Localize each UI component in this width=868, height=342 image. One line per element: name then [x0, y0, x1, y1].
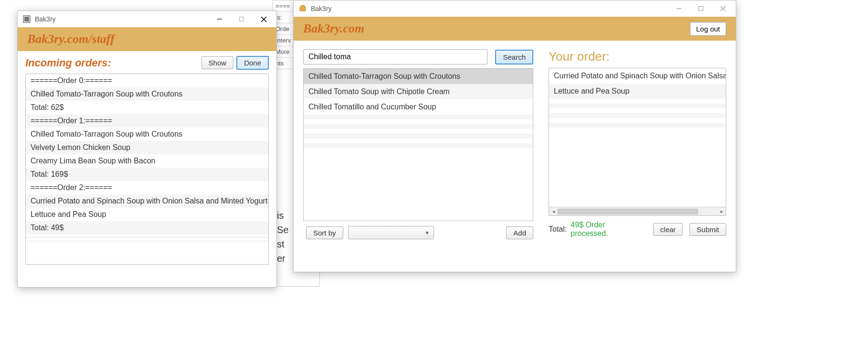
- background-text: er: [277, 253, 286, 264]
- staff-brand-text: Bak3ry.com/staff: [27, 32, 115, 46]
- order-item-row: [549, 108, 726, 113]
- order-line[interactable]: ======Order 0:======: [26, 74, 268, 87]
- orders-list[interactable]: ======Order 0:======Chilled Tomato-Tarra…: [25, 74, 269, 265]
- app-icon: [298, 4, 307, 13]
- minimize-button[interactable]: [209, 11, 231, 27]
- submit-button[interactable]: Submit: [689, 223, 726, 236]
- logout-button[interactable]: Log out: [690, 22, 726, 36]
- order-line[interactable]: Curried Potato and Spinach Soup with Oni…: [26, 194, 268, 208]
- incoming-orders-heading: Incoming orders:: [25, 57, 199, 69]
- search-result-row: [304, 124, 533, 129]
- done-button[interactable]: Done: [236, 56, 269, 70]
- chevron-down-icon: ▼: [425, 230, 430, 235]
- order-line[interactable]: Total: 62$: [26, 101, 268, 114]
- horizontal-scrollbar[interactable]: ◂ ▸: [549, 207, 726, 215]
- app-icon: [22, 15, 31, 23]
- order-item-row[interactable]: Lettuce and Pea Soup: [549, 84, 726, 99]
- staff-titlebar[interactable]: Bak3ry: [18, 11, 276, 27]
- background-text: st: [277, 239, 285, 250]
- order-line[interactable]: Creamy Lima Bean Soup with Bacon: [26, 154, 268, 168]
- staff-window: Bak3ry Bak3ry.com/staff Incoming orders:…: [17, 11, 277, 288]
- search-result-row[interactable]: Chilled Tomatillo and Cucumber Soup: [304, 99, 533, 115]
- sort-by-dropdown[interactable]: ▼: [348, 226, 434, 239]
- sort-by-button[interactable]: Sort by: [306, 226, 343, 239]
- your-order-heading: Your order:: [549, 49, 726, 64]
- order-line[interactable]: Total: 169$: [26, 168, 268, 181]
- scroll-right-arrow-icon[interactable]: ▸: [717, 209, 726, 214]
- search-result-row: [304, 119, 533, 124]
- customer-window: Bak3ry Bak3ry.com Log out Search Chilled…: [293, 0, 736, 272]
- maximize-button[interactable]: [231, 11, 253, 27]
- search-result-row: [304, 143, 533, 148]
- minimize-button[interactable]: [668, 1, 690, 16]
- customer-window-title: Bak3ry: [311, 5, 668, 12]
- svg-rect-7: [699, 7, 703, 11]
- total-value: 49$ Order processed.: [571, 221, 643, 238]
- staff-window-title: Bak3ry: [35, 15, 209, 23]
- order-line[interactable]: Chilled Tomato-Tarragon Soup with Crouto…: [26, 87, 268, 101]
- search-result-row[interactable]: Chilled Tomato Soup with Chipotle Cream: [304, 84, 533, 99]
- show-button[interactable]: Show: [201, 56, 234, 69]
- search-result-row: [304, 134, 533, 139]
- customer-titlebar[interactable]: Bak3ry: [294, 0, 736, 17]
- order-line[interactable]: Chilled Tomato-Tarragon Soup with Crouto…: [26, 128, 268, 141]
- add-button[interactable]: Add: [506, 226, 533, 239]
- order-item-row: [549, 128, 726, 132]
- clear-button[interactable]: clear: [653, 223, 683, 236]
- search-result-row[interactable]: Chilled Tomato-Tarragon Soup with Crouto…: [304, 69, 533, 84]
- background-text: Se: [277, 224, 288, 235]
- order-item-row: [549, 104, 726, 108]
- search-results-list[interactable]: Chilled Tomato-Tarragon Soup with Crouto…: [303, 68, 533, 221]
- search-result-row: [304, 115, 533, 119]
- scroll-left-arrow-icon[interactable]: ◂: [549, 209, 558, 214]
- order-line: [26, 240, 268, 242]
- order-line[interactable]: ======Order 2:======: [26, 181, 268, 194]
- background-text: is: [277, 210, 284, 221]
- order-item-row: [549, 123, 726, 128]
- svg-rect-1: [24, 17, 29, 21]
- maximize-button[interactable]: [690, 1, 712, 16]
- search-input[interactable]: [303, 49, 487, 64]
- svg-rect-3: [240, 17, 244, 21]
- order-item-row[interactable]: Curried Potato and Spinach Soup with Oni…: [549, 68, 726, 84]
- staff-brand-bar: Bak3ry.com/staff: [18, 27, 276, 51]
- order-line[interactable]: Velvety Lemon Chicken Soup: [26, 141, 268, 154]
- total-label: Total:: [549, 225, 567, 234]
- order-item-row: [549, 99, 726, 104]
- customer-brand-text: Bak3ry.com: [303, 21, 364, 36]
- search-result-row: [304, 129, 533, 134]
- customer-brand-bar: Bak3ry.com Log out: [294, 17, 736, 41]
- order-item-row: [549, 118, 726, 123]
- search-button[interactable]: Search: [495, 50, 533, 64]
- order-item-row: [549, 113, 726, 118]
- order-line[interactable]: ======Order 1:======: [26, 114, 268, 128]
- close-button[interactable]: [253, 11, 275, 27]
- search-result-row: [304, 139, 533, 143]
- order-line[interactable]: Lettuce and Pea Soup: [26, 208, 268, 221]
- your-order-list[interactable]: Curried Potato and Spinach Soup with Oni…: [549, 68, 726, 216]
- order-line[interactable]: Total: 49$: [26, 221, 268, 235]
- close-button[interactable]: [712, 1, 734, 16]
